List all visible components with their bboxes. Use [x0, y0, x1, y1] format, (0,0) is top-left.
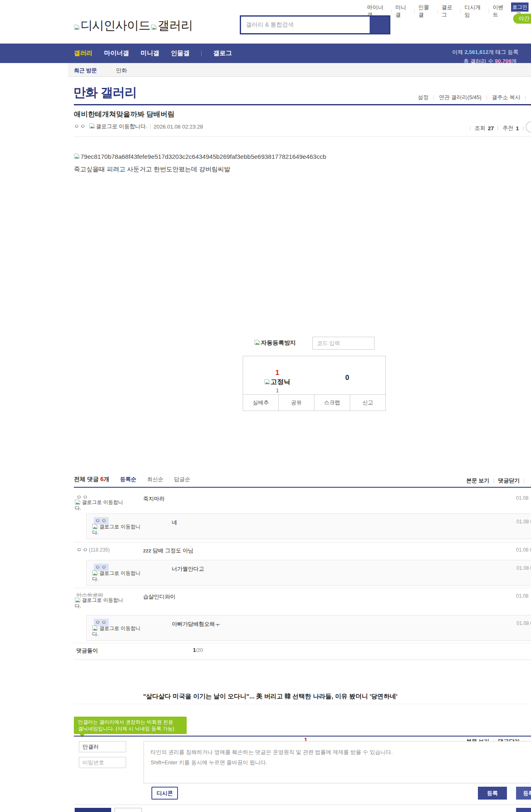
- divider: [434, 95, 434, 100]
- divider: [74, 588, 531, 588]
- sort-by-registered[interactable]: 등록순: [120, 476, 136, 483]
- divider: [487, 95, 487, 100]
- page-title[interactable]: 만화 갤러리: [73, 84, 136, 101]
- views-count: 27: [488, 125, 494, 131]
- close-comments-link[interactable]: 댓글닫기: [498, 477, 520, 484]
- fixed-nick-count: 1: [243, 388, 312, 394]
- comment-password-input[interactable]: 비밀번호: [79, 757, 126, 768]
- downvote-area[interactable]: 0: [312, 356, 383, 382]
- utility-bar: 마이너갤 미니갤 인물갤 갤로그 디시게임 이벤트 디시콘 로그인: [0, 0, 531, 15]
- scrap-button[interactable]: 스크랩: [314, 395, 350, 411]
- divider: [498, 126, 498, 131]
- view-post-link[interactable]: 본문 보기: [466, 477, 490, 484]
- sort-by-reply[interactable]: 답글순: [174, 476, 190, 483]
- link-mini-gallery[interactable]: 미니갤: [395, 4, 411, 19]
- downvote-count: 0: [312, 374, 383, 382]
- nav-person-gallery[interactable]: 인물갤: [171, 49, 190, 57]
- comment-nickname-input[interactable]: 만갤러: [79, 741, 126, 752]
- divider: [74, 136, 531, 137]
- nav-gallog[interactable]: 갤로그: [213, 49, 232, 57]
- report-button[interactable]: 신고: [350, 395, 385, 411]
- share-button[interactable]: 공유: [278, 395, 314, 411]
- post-date: 2026.01.08 02:23:28: [153, 124, 203, 130]
- comment-date: 01.08: [516, 495, 529, 501]
- settings-link[interactable]: 설정: [418, 94, 429, 101]
- broken-image-icon: [92, 625, 99, 631]
- comment-writer[interactable]: ㅇㅇ(118.235): [76, 546, 110, 554]
- post-action-bar: 실베추 공유 스크랩 신고: [243, 394, 385, 411]
- gallog-alt-text[interactable]: 갤로그로 이동합니다.: [96, 123, 147, 130]
- divider: [74, 542, 531, 542]
- comment-textarea[interactable]: 타인의 권리를 침해하거나 명예를 훼손하는 댓글은 운영원칙 및 관련 법률에…: [144, 741, 531, 783]
- recent-visit-bar: 최근 방문 만화: [68, 63, 531, 77]
- gallog-link[interactable]: 갤로그로 이동합니다.: [75, 597, 125, 609]
- post-writer[interactable]: ㅇㅇ: [74, 123, 86, 130]
- comment-bubble-icon[interactable]: [526, 121, 531, 133]
- divider: [437, 9, 438, 13]
- related-galleries-link[interactable]: 연관 갤러리(5/45): [439, 94, 482, 101]
- link-dcgame[interactable]: 디시게임: [465, 4, 485, 19]
- bottom-dropdown[interactable]: [114, 808, 142, 812]
- upvote-area[interactable]: 1 고정닉 1: [243, 356, 312, 394]
- divider: [460, 9, 461, 13]
- broken-image-icon: [151, 19, 157, 33]
- gallog-link[interactable]: 갤로그로 이동합니다.: [92, 524, 143, 535]
- broken-image-icon: [74, 153, 80, 160]
- reply-row: ㅇㅇ 갤로그로 이동합니다. 너가뭘안다고 01.08 0: [86, 560, 531, 586]
- tag-count-ticker: 이제 2,561,612개 태그 등록: [452, 49, 519, 56]
- comment-date: 01.08 0: [516, 620, 531, 626]
- upvote-count: 1: [243, 369, 312, 377]
- comment-bot-pager[interactable]: 1/20: [193, 647, 203, 653]
- vote-box: 1 고정닉 1 0 실베추 공유 스크랩 신고: [243, 356, 386, 411]
- views-label: 조회: [475, 124, 485, 132]
- logo-text-dcinside: 디시인사이드: [80, 17, 150, 34]
- submit-comment-button[interactable]: 등록: [478, 787, 507, 800]
- post-body-text: 죽고싶을때 피려고 사둔거고 한번도안폈는데 걍버림씨발: [74, 165, 230, 173]
- divider: [525, 95, 526, 100]
- link-event[interactable]: 이벤트: [493, 4, 508, 19]
- news-headline[interactable]: "살다살다 미국을 이기는 날이 오다니"... 美 버리고 韓 선택한 나라들…: [143, 693, 397, 700]
- nav-minor-gallery[interactable]: 마이너갤: [104, 49, 129, 57]
- comment-text: 너가뭘안다고: [172, 565, 204, 573]
- comments-header: 전체 댓글 6개 등록순 최신순 답글순: [74, 476, 190, 483]
- comment-ip: (118.235): [89, 547, 110, 553]
- search-button[interactable]: [370, 17, 389, 33]
- sort-by-newest[interactable]: 최신순: [147, 476, 163, 483]
- comments-total: 전체 댓글 6개: [74, 476, 110, 483]
- broken-image-icon: [92, 524, 99, 530]
- comment-text: 네: [172, 519, 177, 526]
- divider: [74, 736, 531, 737]
- link-person-gallery[interactable]: 인물갤: [419, 4, 434, 19]
- site-logo[interactable]: 디시인사이드 갤러리: [73, 17, 192, 34]
- captcha-placeholder: 코드 입력: [313, 337, 374, 349]
- recent-visit-item[interactable]: 만화: [116, 67, 127, 74]
- comment-list: ㅇㅇ 갤로그로 이동합니다. 죽지마라 01.08 ㅇㅇ 갤로그로 이동합니다.…: [74, 489, 531, 660]
- post-meta: ㅇㅇ 갤로그로 이동합니다. 2026.01.08 02:23:28: [74, 123, 203, 130]
- divider: [489, 9, 489, 13]
- login-button[interactable]: 로그인: [511, 2, 529, 12]
- bottom-navy-button[interactable]: [75, 808, 111, 812]
- bottom-right-button[interactable]: [516, 808, 531, 812]
- search-input[interactable]: 갤러리 & 통합검색: [241, 17, 370, 33]
- comment-date: 01.08 0: [516, 565, 531, 571]
- comments-count: 6: [100, 476, 104, 482]
- comment-bot-label[interactable]: 댓글돌이: [76, 647, 98, 654]
- comment-text: zzz 담배 그정도 아님: [143, 547, 193, 554]
- link-gallog[interactable]: 갤로그: [441, 4, 457, 19]
- copy-url-link[interactable]: 갤주소 복사: [492, 94, 521, 101]
- nav-gallery[interactable]: 갤러리: [74, 49, 93, 57]
- dccon-button[interactable]: 디시콘: [151, 787, 178, 800]
- gallog-link[interactable]: 갤로그로 이동합니다.: [92, 570, 143, 582]
- broken-image-icon: [89, 123, 95, 130]
- night-mode-toggle[interactable]: 야간 모드: [513, 14, 531, 24]
- silbechu-button[interactable]: 실베추: [243, 395, 278, 411]
- broken-image-icon: [92, 570, 99, 576]
- post-image-broken: 79ec8170b78a68f43fefe9e517d3203c2c643494…: [74, 153, 326, 160]
- divider: [201, 51, 202, 56]
- captcha-code-input[interactable]: 코드 입력: [312, 337, 375, 350]
- nav-mini-gallery[interactable]: 미니갤: [141, 49, 159, 57]
- gallog-link[interactable]: 갤로그로 이동합니다.: [92, 625, 143, 637]
- gallog-link[interactable]: 갤로그로 이동합니다.: [75, 499, 125, 511]
- logo-text-gallery: 갤러리: [158, 17, 192, 34]
- submit-comment-button-secondary[interactable]: 등록: [516, 787, 531, 800]
